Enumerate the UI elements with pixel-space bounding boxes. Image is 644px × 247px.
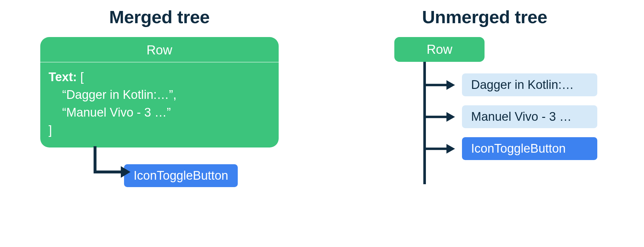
arrow-right-icon xyxy=(424,142,456,156)
merged-child-node: IconToggleButton xyxy=(124,164,238,187)
arrow-down-right-icon xyxy=(40,147,124,186)
unmerged-child-3: IconToggleButton xyxy=(462,137,597,160)
arrow-right-icon xyxy=(424,110,456,124)
text-prop-label: Text: xyxy=(49,70,77,84)
merged-tree-column: Merged tree Row Text: [ “Dagger in Kotli… xyxy=(19,6,300,241)
arrow-right-icon xyxy=(424,78,456,92)
tree-vertical-line-icon xyxy=(423,62,426,184)
text-bracket-close: ] xyxy=(49,123,52,137)
text-node-2: Manuel Vivo - 3 … xyxy=(462,105,597,128)
unmerged-child-list: Dagger in Kotlin:… Manuel Vivo - 3 … xyxy=(462,73,597,160)
merged-root-node: Row Text: [ “Dagger in Kotlin:…”, “Manue… xyxy=(40,37,279,147)
text-node-1: Dagger in Kotlin:… xyxy=(462,73,597,96)
text-line-2: “Manuel Vivo - 3 …” xyxy=(49,106,171,119)
unmerged-children-group: Dagger in Kotlin:… Manuel Vivo - 3 … xyxy=(362,62,607,160)
diagram-container: Merged tree Row Text: [ “Dagger in Kotli… xyxy=(0,0,644,247)
text-bracket-open: [ xyxy=(77,70,84,84)
merged-child-connector: IconToggleButton xyxy=(40,147,279,187)
merged-title: Merged tree xyxy=(109,6,210,27)
unmerged-title: Unmerged tree xyxy=(422,6,547,27)
text-line-1: “Dagger in Kotlin:…”, xyxy=(49,88,177,101)
unmerged-tree: Row Dagger in Kotlin:… xyxy=(362,37,607,160)
unmerged-root-node: Row xyxy=(394,37,485,62)
icon-toggle-button-node: IconToggleButton xyxy=(462,137,597,160)
merged-text-content: Text: [ “Dagger in Kotlin:…”, “Manuel Vi… xyxy=(40,62,279,147)
merged-root-label: Row xyxy=(40,37,279,62)
unmerged-tree-column: Unmerged tree Row Dagger in Kot xyxy=(345,6,625,241)
unmerged-child-1: Dagger in Kotlin:… xyxy=(462,73,597,96)
unmerged-child-2: Manuel Vivo - 3 … xyxy=(462,105,597,128)
